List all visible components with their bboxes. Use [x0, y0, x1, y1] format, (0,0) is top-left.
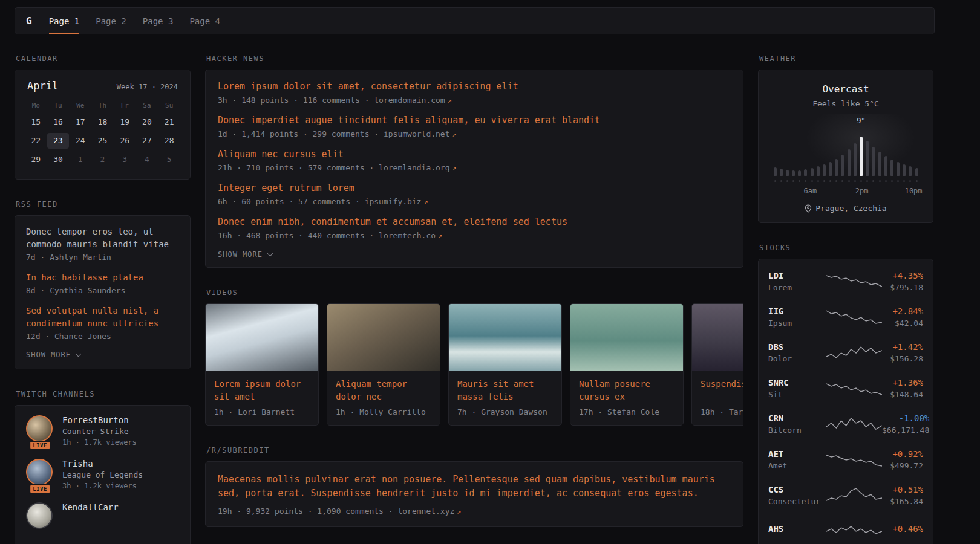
stock-ticker[interactable]: SNRC — [768, 378, 826, 387]
rss-item-title[interactable]: Donec tempor eros leo, ut commodo mauris… — [26, 225, 179, 251]
hackernews-item-title[interactable]: Donec imperdiet augue tincidunt felis al… — [218, 115, 731, 126]
chevron-down-icon — [267, 250, 273, 256]
stock-ticker[interactable]: CRN — [768, 413, 826, 423]
weather-highlight-temp: 9° — [857, 117, 865, 125]
hackernews-show-more-button[interactable]: SHOW MORE — [218, 250, 731, 259]
app-logo[interactable]: G — [26, 8, 49, 34]
rss-item: In hac habitasse platea 8d · Cynthia Sau… — [26, 271, 179, 295]
calendar-day: 4 — [136, 152, 158, 167]
rss-item-title[interactable]: Sed volutpat nulla nisl, a condimentum n… — [26, 305, 179, 330]
stock-ticker[interactable]: LDI — [768, 271, 826, 280]
rss-items: Donec tempor eros leo, ut commodo mauris… — [26, 225, 179, 341]
calendar-month: April — [27, 80, 58, 92]
stock-identity: CRN Bitcorn — [768, 413, 826, 435]
hackernews-item-domain[interactable]: loremlandia.org — [379, 163, 449, 172]
weather-bar-dot — [879, 180, 881, 182]
section-title-hackernews: HACKER NEWS — [206, 54, 743, 63]
stock-identity: IIG Ipsum — [768, 306, 826, 328]
weather-bar — [848, 149, 851, 176]
video-meta: 1h · Lori Barnett — [214, 407, 310, 416]
video-thumbnail[interactable] — [570, 304, 683, 371]
twitch-channel[interactable]: LIVE ForrestBurton Counter-Strike 1h · 1… — [26, 415, 179, 447]
stock-row[interactable]: AHS +0.46% — [768, 513, 923, 544]
weather-bar-column — [791, 131, 797, 182]
stock-row[interactable]: CCS Consectetur +0.51% $165.84 — [768, 478, 923, 513]
hackernews-item-title[interactable]: Lorem ipsum dolor sit amet, consectetur … — [218, 81, 731, 92]
video-card[interactable]: Nullam posuere cursus ex 17h · Stefan Co… — [570, 303, 684, 426]
weather-time-axis: 6am 2pm 10pm — [768, 187, 923, 196]
page-tab[interactable]: Page 4 — [189, 8, 220, 34]
left-column: CALENDAR April Week 17 · 2024 Mo Tu We — [15, 54, 191, 544]
right-column: WEATHER Overcast Feels like 5°C 9° — [758, 54, 933, 544]
hackernews-show-more-label: SHOW MORE — [218, 250, 263, 259]
twitch-channel[interactable]: KendallCarr — [26, 502, 179, 529]
section-title-subreddit: /R/SUBREDDIT — [206, 446, 743, 455]
dashboard-page: G Page 1 Page 2 Page 3 Page 4 CALENDAR A… — [0, 0, 980, 544]
twitch-channel-name[interactable]: ForrestBurton — [62, 415, 137, 425]
stock-sparkline — [826, 308, 882, 327]
weather-chart: 9° — [772, 114, 920, 182]
stock-row[interactable]: DBS Dolor +1.42% $156.28 — [768, 335, 923, 371]
video-card[interactable]: Mauris sit amet massa felis 7h · Grayson… — [448, 303, 562, 426]
hackernews-item-title[interactable]: Donec enim nibh, condimentum et accumsan… — [218, 216, 731, 227]
page-tab[interactable]: Page 1 — [49, 8, 80, 34]
video-card[interactable]: Lorem ipsum dolor sit amet consectetu… 1… — [205, 303, 319, 426]
stock-ticker[interactable]: DBS — [768, 342, 826, 352]
section-title-rss: RSS FEED — [16, 200, 191, 209]
hackernews-item-stats: 3h · 148 points · 116 comments · — [218, 96, 374, 105]
stock-name: Amet — [768, 461, 826, 470]
video-title[interactable]: Nullam posuere cursus ex — [579, 378, 675, 403]
page-tab[interactable]: Page 3 — [143, 8, 174, 34]
stock-row[interactable]: IIG Ipsum +2.84% $42.04 — [768, 299, 923, 335]
stock-row[interactable]: SNRC Sit +1.36% $148.64 — [768, 371, 923, 406]
weather-bar-dot — [866, 180, 868, 182]
calendar-day: 22 — [25, 133, 47, 149]
external-link-icon: ↗ — [424, 198, 428, 206]
video-thumbnail[interactable] — [449, 304, 561, 371]
stock-row[interactable]: AET Amet +0.92% $499.72 — [768, 442, 923, 478]
twitch-channel-name[interactable]: Trisha — [62, 459, 143, 468]
stock-row[interactable]: CRN Bitcorn -1.00% $66,171.48 — [768, 406, 923, 442]
stock-row[interactable]: LDI Lorem +4.35% $795.18 — [768, 264, 923, 299]
page-tab[interactable]: Page 2 — [96, 8, 126, 34]
stock-ticker[interactable]: CCS — [768, 485, 826, 494]
subreddit-post-title[interactable]: Maecenas mollis pulvinar erat non posuer… — [218, 473, 731, 501]
stock-change: +0.46% — [882, 524, 923, 534]
video-title[interactable]: Mauris sit amet massa felis — [457, 378, 553, 403]
subreddit-post-domain[interactable]: loremnet.xyz — [397, 507, 454, 516]
hackernews-item-domain[interactable]: loremdomain.com — [374, 96, 445, 105]
video-title[interactable]: Suspendisse diam — [701, 378, 743, 403]
video-thumbnail[interactable] — [327, 304, 440, 371]
stock-sparkline — [826, 272, 882, 291]
video-card[interactable]: Aliquam tempor dolor nec pharetra… 1h · … — [327, 303, 440, 426]
weather-widget: WEATHER Overcast Feels like 5°C 9° — [758, 54, 933, 223]
stock-name: Dolor — [768, 354, 826, 363]
video-thumbnail[interactable] — [206, 304, 318, 371]
stock-ticker[interactable]: AHS — [768, 524, 826, 534]
hackernews-item-domain[interactable]: ipsumworld.net — [384, 129, 450, 138]
twitch-channel-meta: 3h · 1.2k viewers — [62, 482, 143, 490]
stock-ticker[interactable]: AET — [768, 449, 826, 459]
hackernews-item-title[interactable]: Aliquam nec cursus elit — [218, 149, 731, 160]
hackernews-item-domain[interactable]: ipsumify.biz — [365, 197, 422, 206]
twitch-channel[interactable]: LIVE Trisha League of Legends 3h · 1.2k … — [26, 459, 179, 490]
video-title[interactable]: Lorem ipsum dolor sit amet consectetu… — [214, 378, 310, 403]
twitch-channel-info: Trisha League of Legends 3h · 1.2k viewe… — [62, 459, 143, 490]
weather-bar — [817, 166, 820, 176]
stock-values: +1.42% $156.28 — [882, 342, 923, 363]
stock-ticker[interactable]: IIG — [768, 306, 826, 316]
stock-sparkline — [826, 379, 882, 398]
rss-show-more-button[interactable]: SHOW MORE — [26, 351, 179, 359]
rss-item-title[interactable]: In hac habitasse platea — [26, 271, 179, 284]
stock-sparkline — [826, 450, 882, 470]
hackernews-item: Donec enim nibh, condimentum et accumsan… — [218, 216, 731, 240]
rss-card: Donec tempor eros leo, ut commodo mauris… — [15, 215, 191, 369]
hackernews-item-title[interactable]: Integer eget rutrum lorem — [218, 183, 731, 193]
hackernews-item-domain[interactable]: loremtech.co — [379, 231, 436, 240]
video-thumbnail[interactable] — [692, 304, 743, 371]
twitch-channel-name[interactable]: KendallCarr — [62, 502, 119, 512]
video-title[interactable]: Aliquam tempor dolor nec pharetra… — [336, 378, 431, 403]
video-card[interactable]: Suspendisse diam 18h · Tara — [691, 303, 743, 426]
stock-values: +1.36% $148.64 — [882, 378, 923, 399]
weather-card: Overcast Feels like 5°C 9° — [758, 70, 933, 223]
